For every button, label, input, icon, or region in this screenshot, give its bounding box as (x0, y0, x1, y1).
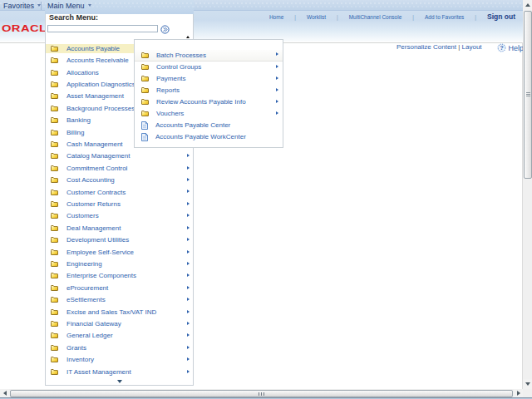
svg-text:?: ? (500, 44, 504, 52)
